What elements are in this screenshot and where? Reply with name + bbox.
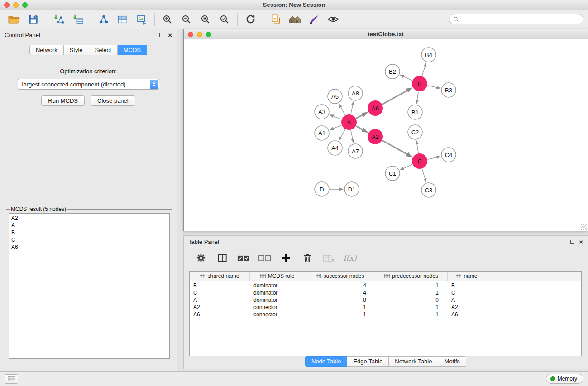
refresh-button[interactable] [241, 11, 260, 28]
float-panel-icon[interactable] [159, 33, 163, 37]
mcds-result-item[interactable]: A6 [11, 243, 167, 251]
import-network-button[interactable] [49, 11, 68, 28]
new-table-button[interactable] [113, 11, 132, 28]
close-table-panel-icon[interactable]: × [579, 240, 583, 244]
edge-C-C2[interactable] [416, 141, 418, 153]
tab-network-table[interactable]: Network Table [389, 356, 438, 367]
search-input[interactable] [461, 15, 583, 24]
edge-C-C3[interactable] [422, 169, 426, 182]
network-graph[interactable]: AA1A2A3A4A5A6A7A8BB1B2B3B4CC1C2C3C4DD1 [184, 39, 588, 231]
column-header-predecessor-nodes[interactable]: predecessor nodes [375, 272, 448, 281]
node-D1[interactable]: D1 [344, 182, 359, 196]
table-row[interactable]: A6connector11A6 [190, 311, 581, 318]
node-B[interactable]: B [412, 76, 427, 91]
edge-A-A2[interactable] [356, 126, 368, 133]
mcds-result-item[interactable]: B [11, 229, 167, 236]
copy-document-button[interactable] [267, 11, 286, 28]
column-header-mcds-role[interactable]: MCDS role [250, 272, 305, 281]
close-panel-button[interactable]: Close panel [91, 95, 135, 106]
open-session-button[interactable] [5, 11, 24, 28]
node-C[interactable]: C [412, 153, 427, 169]
zoom-selected-button[interactable] [215, 11, 234, 28]
select-all-button[interactable] [236, 251, 251, 265]
edge-A2-C[interactable] [382, 141, 412, 157]
node-D[interactable]: D [315, 182, 329, 196]
apply-style-button[interactable] [305, 11, 324, 28]
edge-A-A7[interactable] [351, 130, 354, 143]
edge-A-A4[interactable] [339, 129, 345, 141]
edge-A-A1[interactable] [330, 125, 342, 130]
show-columns-button[interactable] [215, 251, 229, 265]
mcds-result-list[interactable]: A2ABCA6 [9, 213, 170, 359]
home-views-button[interactable] [286, 11, 305, 28]
mcds-result-item[interactable]: A2 [11, 214, 167, 222]
node-A2[interactable]: A2 [368, 129, 383, 144]
run-mcds-button[interactable]: Run MCDS [41, 95, 85, 106]
add-column-button[interactable] [279, 251, 293, 265]
node-C2[interactable]: C2 [408, 125, 422, 139]
node-A7[interactable]: A7 [348, 144, 363, 158]
mcds-result-item[interactable]: C [11, 236, 167, 243]
edge-C-C4[interactable] [428, 157, 440, 159]
float-table-panel-icon[interactable] [570, 240, 574, 244]
optimization-criterion-select[interactable]: largest connected component (directed) [18, 79, 159, 90]
edge-C-C1[interactable] [400, 164, 412, 170]
tab-motifs[interactable]: Motifs [438, 356, 466, 367]
table-row[interactable]: A2connector11A2 [190, 304, 581, 311]
tab-node-table[interactable]: Node Table [305, 356, 348, 367]
node-B2[interactable]: B2 [385, 64, 400, 79]
minimize-window-button[interactable] [13, 2, 19, 8]
edge-A-A6[interactable] [356, 112, 368, 118]
zoom-in-button[interactable] [158, 11, 177, 28]
node-B1[interactable]: B1 [408, 105, 422, 119]
node-A6[interactable]: A6 [368, 100, 383, 116]
task-history-button[interactable] [5, 374, 18, 384]
node-A5[interactable]: A5 [328, 89, 342, 104]
edge-A-A5[interactable] [339, 104, 345, 115]
network-zoom-button[interactable] [206, 32, 211, 37]
tab-edge-table[interactable]: Edge Table [347, 356, 389, 367]
edge-B-B1[interactable] [416, 92, 418, 104]
node-A1[interactable]: A1 [315, 126, 329, 140]
edge-B-B4[interactable] [422, 63, 426, 76]
export-image-button[interactable] [132, 11, 151, 28]
node-C4[interactable]: C4 [441, 148, 456, 162]
edge-B-B3[interactable] [428, 86, 440, 88]
table-row[interactable]: Adominator80A [190, 296, 581, 304]
network-close-button[interactable] [188, 32, 193, 37]
network-canvas[interactable]: AA1A2A3A4A5A6A7A8BB1B2B3B4CC1C2C3C4DD1 [184, 39, 588, 231]
import-table-button[interactable] [68, 11, 87, 28]
show-hide-button[interactable] [324, 11, 343, 28]
node-A3[interactable]: A3 [315, 105, 329, 119]
save-session-button[interactable] [24, 11, 43, 28]
table-settings-button[interactable] [194, 251, 208, 265]
close-window-button[interactable] [4, 2, 10, 8]
zoom-fit-button[interactable] [196, 11, 215, 28]
tab-select[interactable]: Select [89, 45, 118, 55]
delete-column-button[interactable] [300, 251, 315, 265]
deselect-all-button[interactable] [258, 251, 272, 265]
edge-A6-B[interactable] [382, 88, 412, 105]
column-header-shared-name[interactable]: shared name [190, 272, 250, 281]
table-row[interactable]: Cdominator41C [190, 289, 581, 296]
node-A4[interactable]: A4 [328, 141, 342, 155]
mcds-result-item[interactable]: A [11, 222, 167, 229]
network-window-titlebar[interactable]: testGlobe.txt [184, 29, 588, 39]
node-B4[interactable]: B4 [421, 48, 436, 62]
node-C1[interactable]: C1 [385, 166, 400, 181]
node-C3[interactable]: C3 [421, 183, 436, 197]
zoom-out-button[interactable] [177, 11, 196, 28]
delete-table-button[interactable] [321, 251, 336, 265]
edge-A-A8[interactable] [351, 102, 354, 114]
column-header-successor-nodes[interactable]: successor nodes [305, 272, 375, 281]
tab-style[interactable]: Style [64, 45, 89, 55]
edge-B-B2[interactable] [400, 75, 412, 81]
tab-network[interactable]: Network [29, 45, 64, 55]
window-resize-grip[interactable] [581, 224, 587, 230]
zoom-window-button[interactable] [22, 2, 28, 8]
close-panel-icon[interactable]: × [168, 33, 172, 37]
network-minimize-button[interactable] [197, 32, 202, 37]
tab-mcds[interactable]: MCDS [118, 45, 147, 55]
node-A[interactable]: A [341, 114, 357, 130]
table-row[interactable]: Bdominator41B [190, 282, 581, 289]
